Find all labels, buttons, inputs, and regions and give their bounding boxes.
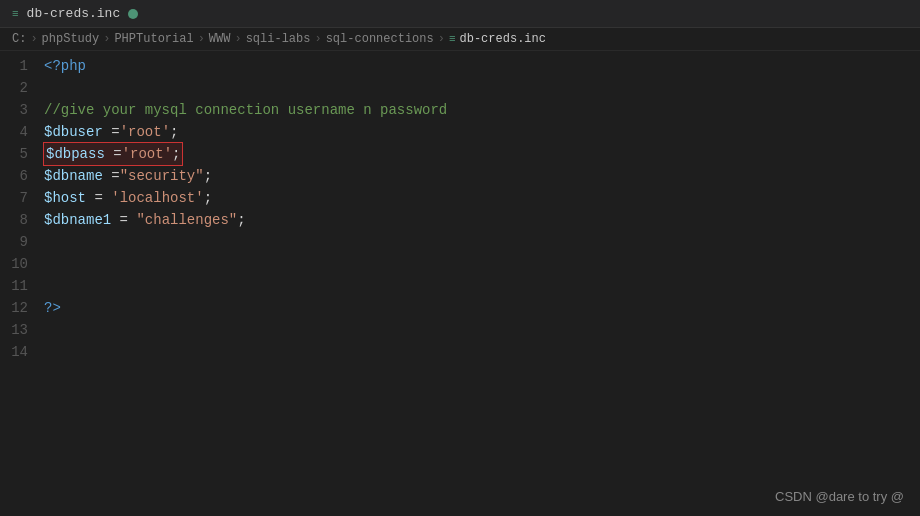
code-content[interactable]: <?php //give your mysql connection usern… bbox=[40, 55, 920, 507]
code-line: //give your mysql connection username n … bbox=[44, 99, 920, 121]
semicolon: ; bbox=[204, 190, 212, 206]
line-number: 12 bbox=[0, 297, 28, 319]
string-value: "challenges" bbox=[136, 212, 237, 228]
php-open-tag: <?php bbox=[44, 58, 86, 74]
operator: = bbox=[86, 190, 111, 206]
code-line: ?> bbox=[44, 297, 920, 319]
breadcrumb-phpstudy: phpStudy bbox=[42, 32, 100, 46]
breadcrumb-www: WWW bbox=[209, 32, 231, 46]
breadcrumb-file: ≡ db-creds.inc bbox=[449, 32, 546, 46]
line-number: 13 bbox=[0, 319, 28, 341]
highlighted-line: $dbpass ='root'; bbox=[44, 143, 182, 165]
watermark: CSDN @dare to try @ bbox=[775, 489, 904, 504]
breadcrumb-file-icon: ≡ bbox=[449, 33, 456, 45]
string-value: "security" bbox=[120, 168, 204, 184]
code-line: $host = 'localhost'; bbox=[44, 187, 920, 209]
semicolon: ; bbox=[237, 212, 245, 228]
breadcrumb: C: › phpStudy › PHPTutorial › WWW › sqli… bbox=[0, 28, 920, 51]
semicolon: ; bbox=[172, 146, 180, 162]
code-line: $dbname1 = "challenges"; bbox=[44, 209, 920, 231]
title-bar: ≡ db-creds.inc bbox=[0, 0, 920, 28]
line-number: 3 bbox=[0, 99, 28, 121]
code-line bbox=[44, 341, 920, 363]
line-number: 1 bbox=[0, 55, 28, 77]
comment-text: //give your mysql connection username n … bbox=[44, 102, 447, 118]
line-number: 11 bbox=[0, 275, 28, 297]
code-line bbox=[44, 319, 920, 341]
code-line: $dbuser ='root'; bbox=[44, 121, 920, 143]
editor-area: 1234567891011121314 <?php //give your my… bbox=[0, 51, 920, 507]
string-value: 'root' bbox=[120, 124, 170, 140]
line-number: 6 bbox=[0, 165, 28, 187]
line-number: 10 bbox=[0, 253, 28, 275]
php-close-tag: ?> bbox=[44, 300, 61, 316]
semicolon: ; bbox=[170, 124, 178, 140]
code-line bbox=[44, 231, 920, 253]
breadcrumb-phptutorial: PHPTutorial bbox=[114, 32, 193, 46]
operator: = bbox=[103, 124, 120, 140]
code-line bbox=[44, 253, 920, 275]
modified-dot bbox=[128, 9, 138, 19]
file-icon: ≡ bbox=[12, 8, 19, 20]
code-line bbox=[44, 77, 920, 99]
code-line: $dbname ="security"; bbox=[44, 165, 920, 187]
string-value: 'localhost' bbox=[111, 190, 203, 206]
code-line bbox=[44, 275, 920, 297]
semicolon: ; bbox=[204, 168, 212, 184]
line-number: 9 bbox=[0, 231, 28, 253]
operator: = bbox=[103, 168, 120, 184]
operator: = bbox=[105, 146, 122, 162]
code-line: $dbpass ='root'; bbox=[44, 143, 920, 165]
string-value: 'root' bbox=[122, 146, 172, 162]
line-number: 8 bbox=[0, 209, 28, 231]
code-line: <?php bbox=[44, 55, 920, 77]
variable: $dbname bbox=[44, 168, 103, 184]
variable: $host bbox=[44, 190, 86, 206]
breadcrumb-filename: db-creds.inc bbox=[460, 32, 546, 46]
variable: $dbpass bbox=[46, 146, 105, 162]
variable: $dbname1 bbox=[44, 212, 111, 228]
breadcrumb-sql-connections: sql-connections bbox=[326, 32, 434, 46]
title-filename: db-creds.inc bbox=[27, 6, 121, 21]
line-number: 14 bbox=[0, 341, 28, 363]
line-number: 7 bbox=[0, 187, 28, 209]
line-numbers: 1234567891011121314 bbox=[0, 55, 40, 507]
line-number: 4 bbox=[0, 121, 28, 143]
breadcrumb-c: C: bbox=[12, 32, 26, 46]
line-number: 2 bbox=[0, 77, 28, 99]
variable: $dbuser bbox=[44, 124, 103, 140]
breadcrumb-sqli-labs: sqli-labs bbox=[246, 32, 311, 46]
line-number: 5 bbox=[0, 143, 28, 165]
operator: = bbox=[111, 212, 136, 228]
